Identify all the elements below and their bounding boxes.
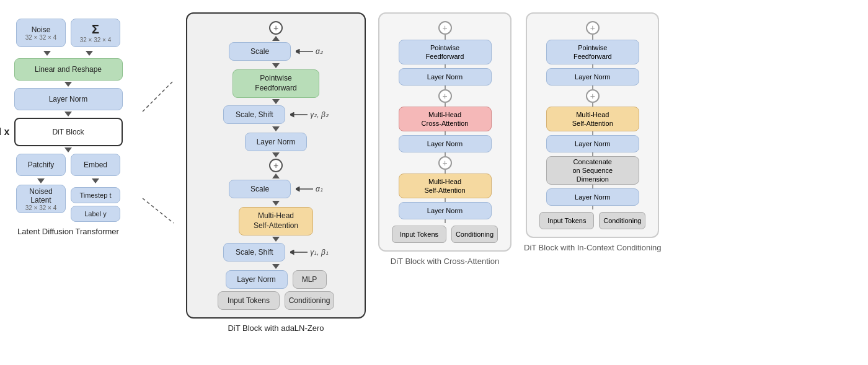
- arrow-sigma-down: [86, 51, 93, 56]
- noised-latent-box: Noised Latent 32 × 32 × 4: [16, 185, 66, 213]
- ic-ln4: Layer Norm: [546, 68, 639, 86]
- ic-feedforward: Pointwise Feedforward: [546, 40, 639, 64]
- arrow-noised-up: [37, 178, 45, 183]
- arrow-ln2-down: [272, 152, 280, 157]
- adaLN-section: + Scale α₂ Pointwise Feedforward: [186, 12, 366, 333]
- arrow-ln-down: [64, 112, 72, 117]
- layer-norm-box: Layer Norm: [14, 88, 123, 110]
- noise-box: Noise 32 × 32 × 4: [16, 19, 66, 47]
- arrow-mid: [272, 174, 280, 178]
- arrow-dit-down: [64, 147, 72, 152]
- ic-add-top: +: [586, 21, 600, 35]
- ic-input-tokens: Input Tokens: [539, 212, 594, 229]
- adaLN-label: DiT Block with adaLN-Zero: [228, 323, 324, 333]
- arrow-lr-down: [64, 82, 72, 87]
- sigma-box: Σ 32 × 32 × 4: [71, 19, 120, 47]
- ca-ln4: Layer Norm: [399, 68, 492, 86]
- svg-line-0: [143, 81, 174, 112]
- adaLN-diagram: + Scale α₂ Pointwise Feedforward: [186, 12, 366, 319]
- ca-conditioning: Conditioning: [451, 226, 498, 243]
- label-y-box: Label y: [71, 206, 120, 222]
- arrow-mhsa-down: [272, 237, 280, 242]
- arrow-noise-down: [43, 51, 51, 56]
- svg-line-1: [143, 198, 174, 223]
- add-circle-top: +: [269, 21, 283, 35]
- ldt-label: Latent Diffusion Transformer: [17, 227, 119, 236]
- arrow-ff-down: [272, 99, 280, 104]
- timestep-box: Timestep t: [71, 187, 120, 203]
- ldt-diagram: Noise 32 × 32 × 4 Σ 32 × 32 × 4 Li: [6, 19, 130, 222]
- scale-shift1-box: Scale, Shift: [223, 243, 285, 262]
- conditioning-box: Conditioning: [285, 291, 334, 310]
- patchify-box: Patchify: [16, 154, 66, 176]
- add-circle-mid: +: [269, 159, 283, 172]
- ic-ln1: Layer Norm: [546, 188, 639, 206]
- arrow-ss2-down: [272, 126, 280, 131]
- embed-box: Embed: [71, 154, 120, 176]
- cross-attention-diagram: + Pointwise Feedforward Layer Norm + Mul…: [378, 12, 512, 252]
- arrow-top: [272, 36, 280, 41]
- ic-add-mid: +: [586, 89, 600, 103]
- mhsa-box: Multi-Head Self-Attention: [239, 207, 313, 235]
- arrow-ss1-down: [272, 264, 280, 269]
- dit-block-box: DiT Block: [14, 118, 123, 146]
- feedforward-box: Pointwise Feedforward: [232, 69, 319, 98]
- layer-norm1-box: Layer Norm: [226, 270, 288, 289]
- ca-add-mid1: +: [438, 156, 452, 170]
- ca-add-top: +: [438, 21, 452, 35]
- ic-conditioning: Conditioning: [599, 212, 645, 229]
- ca-vline1: [445, 35, 446, 40]
- arrow-scale1-down: [272, 201, 280, 206]
- arrow-embed-up: [92, 178, 99, 183]
- layer-norm2-box: Layer Norm: [245, 133, 307, 151]
- ic-label: DiT Block with In-Context Conditioning: [524, 243, 662, 252]
- in-context-section: + Pointwise Feedforward Layer Norm + Mul…: [524, 12, 662, 252]
- scale2-box: Scale: [229, 42, 291, 61]
- ca-add-mid2: +: [438, 89, 452, 103]
- ca-mhca: Multi-Head Cross-Attention: [399, 107, 492, 131]
- ca-mhsa: Multi-Head Self-Attention: [399, 174, 492, 198]
- ic-mhsa2: Multi-Head Self-Attention: [546, 107, 639, 131]
- mlp-box: MLP: [293, 270, 327, 289]
- ca-feedforward: Pointwise Feedforward: [399, 40, 492, 64]
- ic-concat: Concatenate on Sequence Dimension: [546, 156, 639, 185]
- scale1-box: Scale: [229, 180, 291, 198]
- connector-lines: [143, 6, 174, 304]
- ca-ln3: Layer Norm: [399, 135, 492, 152]
- ca-input-tokens: Input Tokens: [392, 226, 446, 243]
- ldt-section: Noise 32 × 32 × 4 Σ 32 × 32 × 4 Li: [6, 12, 130, 236]
- in-context-diagram: + Pointwise Feedforward Layer Norm + Mul…: [526, 12, 659, 238]
- cross-attention-section: + Pointwise Feedforward Layer Norm + Mul…: [378, 12, 512, 266]
- scale-shift2-box: Scale, Shift: [223, 105, 285, 124]
- ca-ln2: Layer Norm: [399, 202, 492, 219]
- ic-ln3: Layer Norm: [546, 135, 639, 152]
- arrow-scale2-down: [272, 63, 280, 68]
- input-tokens-box: Input Tokens: [218, 291, 280, 310]
- nx-label: N x: [0, 126, 9, 138]
- ca-label: DiT Block with Cross-Attention: [391, 257, 499, 266]
- linear-reshape-box: Linear and Reshape: [14, 58, 123, 81]
